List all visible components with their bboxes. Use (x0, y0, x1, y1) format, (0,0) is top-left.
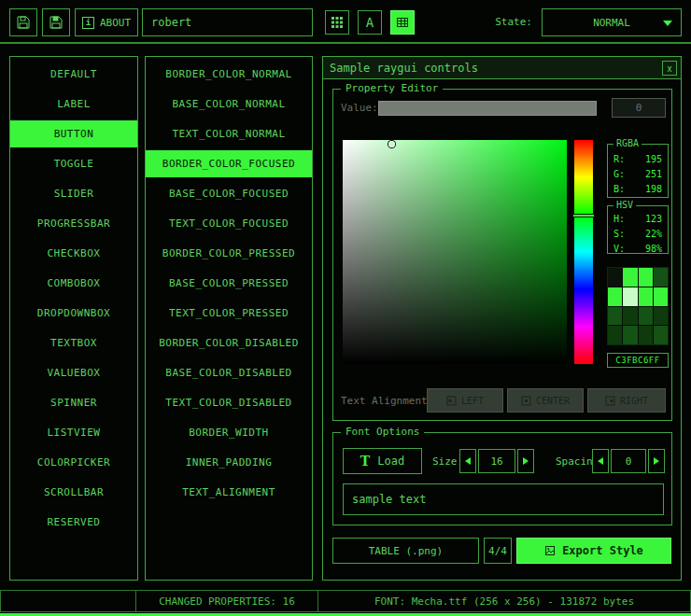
table-view-button[interactable] (390, 10, 415, 35)
color-swatch[interactable] (623, 287, 637, 306)
style-name-input[interactable] (142, 8, 313, 36)
font-load-button[interactable]: T Load (343, 448, 422, 474)
properties-list-item[interactable]: TEXT_COLOR_FOCUSED (146, 210, 312, 237)
color-swatch[interactable] (639, 307, 653, 326)
properties-list-item[interactable]: TEXT_COLOR_NORMAL (146, 120, 312, 147)
spacing-increment-button[interactable] (648, 449, 665, 473)
align-left-button[interactable]: LEFT (427, 388, 503, 413)
properties-list-item[interactable]: BASE_COLOR_FOCUSED (146, 180, 312, 207)
hsv-s-value: 22% (645, 229, 662, 239)
hue-slider[interactable] (574, 140, 593, 364)
color-swatch[interactable] (654, 307, 668, 326)
color-saturation-panel[interactable] (343, 140, 567, 364)
controls-list-item[interactable]: DROPDOWNBOX (10, 300, 137, 327)
size-value[interactable]: 16 (478, 449, 515, 473)
properties-list-item[interactable]: BORDER_COLOR_PRESSED (146, 240, 312, 267)
controls-list-item[interactable]: COMBOBOX (10, 270, 137, 297)
font-options-group: Font Options T Load Size: 16 Spacing: 0 … (332, 432, 672, 525)
export-style-button[interactable]: Export Style (516, 538, 671, 564)
rguistyler-app: i ABOUT A Stat (0, 0, 691, 616)
properties-list-item[interactable]: TEXT_COLOR_DISABLED (146, 389, 312, 416)
properties-list-item[interactable]: TEXT_COLOR_PRESSED (146, 300, 312, 327)
spacing-value[interactable]: 0 (611, 449, 646, 473)
color-swatch[interactable] (623, 307, 637, 326)
grid-view-button[interactable] (325, 10, 349, 35)
color-swatch[interactable] (608, 307, 622, 326)
font-load-label: Load (377, 455, 404, 468)
controls-list-item[interactable]: TEXTBOX (10, 329, 137, 357)
color-swatch[interactable] (639, 268, 653, 287)
property-editor-group: Property Editor Value: 0 RGBA R:195 G:25… (332, 89, 672, 421)
controls-list-item[interactable]: BUTTON (10, 120, 137, 147)
spinner-right-icon (654, 457, 659, 465)
color-swatch[interactable] (623, 268, 637, 287)
properties-list: BORDER_COLOR_NORMALBASE_COLOR_NORMALTEXT… (145, 56, 313, 581)
color-swatch[interactable] (654, 287, 668, 306)
color-swatch[interactable] (623, 326, 637, 344)
controls-list-item[interactable]: SPINNER (10, 389, 137, 416)
controls-list-item[interactable]: LABEL (10, 91, 137, 118)
controls-list-item[interactable]: SCROLLBAR (10, 479, 137, 506)
about-button[interactable]: i ABOUT (75, 8, 138, 36)
controls-list-item[interactable]: COLORPICKER (10, 449, 137, 476)
hsv-panel: HSV H:123 S:22% V:98% (607, 205, 669, 254)
color-swatch[interactable] (654, 268, 668, 287)
properties-list-item[interactable]: BASE_COLOR_PRESSED (146, 270, 312, 297)
hex-value-box[interactable]: C3FBC6FF (607, 353, 669, 368)
controls-list-item[interactable]: TOGGLE (10, 150, 137, 177)
export-format-button[interactable]: TABLE (.png) (332, 538, 479, 564)
controls-list-item[interactable]: VALUEBOX (10, 359, 137, 386)
align-right-button[interactable]: RIGHT (587, 388, 666, 413)
statusbar-left-segment (0, 590, 136, 612)
controls-list-item[interactable]: SLIDER (10, 180, 137, 207)
properties-list-item[interactable]: BORDER_WIDTH (146, 419, 312, 446)
font-view-button[interactable]: A (358, 10, 382, 35)
properties-list-item[interactable]: BASE_COLOR_NORMAL (146, 91, 312, 118)
align-right-label: RIGHT (620, 396, 648, 406)
properties-list-item[interactable]: BORDER_COLOR_NORMAL (146, 61, 312, 88)
size-increment-button[interactable] (517, 449, 534, 473)
color-swatch[interactable] (608, 287, 622, 306)
color-swatch[interactable] (608, 326, 622, 344)
hsv-h-label: H: (613, 214, 625, 224)
color-swatch[interactable] (608, 268, 622, 287)
value-label: Value: (341, 102, 378, 114)
close-icon[interactable]: x (662, 61, 677, 76)
chevron-down-icon (663, 21, 672, 26)
sample-text-box[interactable]: sample text (343, 483, 664, 515)
color-swatch[interactable] (639, 326, 653, 344)
hue-cursor[interactable] (572, 214, 595, 217)
rgba-b-value: 198 (645, 184, 662, 194)
spinner-right-icon (523, 457, 529, 465)
properties-list-item[interactable]: BASE_COLOR_DISABLED (146, 359, 312, 386)
properties-list-item[interactable]: INNER_PADDING (146, 449, 312, 476)
spacing-decrement-button[interactable] (592, 449, 609, 473)
hsv-v-label: V: (613, 244, 625, 254)
properties-list-item[interactable]: BORDER_COLOR_DISABLED (146, 329, 312, 357)
properties-list-item[interactable]: BORDER_COLOR_FOCUSED (146, 150, 312, 177)
size-decrement-button[interactable] (459, 449, 476, 473)
align-center-icon (521, 396, 531, 406)
controls-list-item[interactable]: PROGRESSBAR (10, 210, 137, 237)
rgba-g-label: G: (613, 169, 625, 179)
controls-list-item[interactable]: DEFAULT (10, 61, 137, 88)
controls-list-item[interactable]: LISTVIEW (10, 419, 137, 446)
align-center-button[interactable]: CENTER (507, 388, 584, 413)
value-button[interactable]: 0 (612, 98, 666, 118)
controls-list-item[interactable]: RESERVED (10, 509, 137, 536)
color-swatch[interactable] (639, 287, 653, 306)
value-slider[interactable] (378, 101, 597, 116)
about-label: ABOUT (100, 17, 131, 29)
load-style-button[interactable] (9, 8, 37, 36)
rgba-r-value: 195 (645, 154, 662, 164)
state-dropdown[interactable]: NORMAL (542, 8, 682, 36)
color-swatch[interactable] (654, 326, 668, 344)
color-cursor[interactable] (388, 141, 395, 147)
save-style-button[interactable] (42, 8, 70, 36)
controls-list-item[interactable]: CHECKBOX (10, 240, 137, 267)
align-center-label: CENTER (536, 396, 570, 406)
properties-list-item[interactable]: TEXT_ALIGNMENT (146, 479, 312, 506)
spinner-left-icon (598, 457, 603, 465)
window-titlebar[interactable]: Sample raygui controls (323, 57, 681, 79)
window-title: Sample raygui controls (330, 62, 478, 75)
